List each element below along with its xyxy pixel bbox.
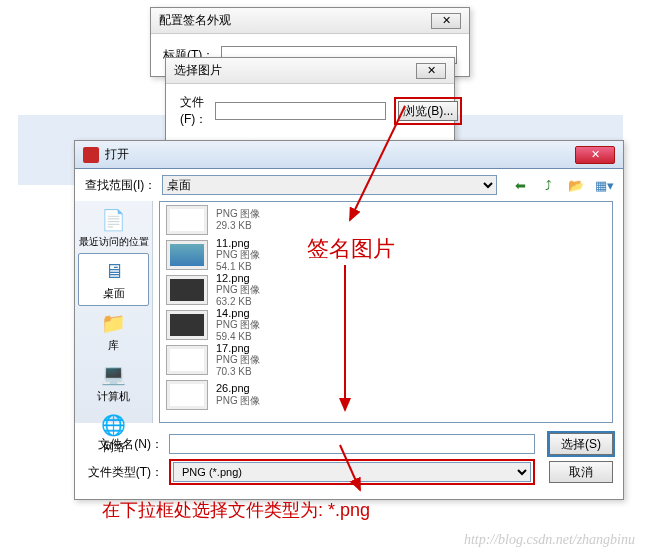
view-icon[interactable]: ▦▾ xyxy=(595,176,613,194)
dialog2-title: 选择图片 xyxy=(174,62,222,79)
dialog3-close-button[interactable]: ✕ xyxy=(575,146,615,164)
dialog1-close-button[interactable]: ✕ xyxy=(431,13,461,29)
sidebar-label: 计算机 xyxy=(97,389,130,404)
sidebar-label: 桌面 xyxy=(103,286,125,301)
watermark: http://blog.csdn.net/zhangbinu xyxy=(464,532,635,548)
filetype-select[interactable]: PNG (*.png) xyxy=(173,462,531,482)
browse-highlight: 浏览(B)... xyxy=(394,97,462,125)
dialog1-title: 配置签名外观 xyxy=(159,12,231,29)
dialog3-titlebar: 打开 ✕ xyxy=(75,141,623,169)
file-item[interactable]: 14.pngPNG 图像59.4 KB xyxy=(160,307,612,342)
file-item[interactable]: PNG 图像29.3 KB xyxy=(160,202,612,237)
file-input[interactable] xyxy=(215,102,386,120)
browse-button[interactable]: 浏览(B)... xyxy=(398,101,458,121)
lookup-label: 查找范围(I)： xyxy=(85,177,156,194)
filename-input[interactable] xyxy=(169,434,535,454)
places-sidebar: 📄 最近访问的位置 🖥 桌面 📁 库 💻 计算机 🌐 网络 xyxy=(75,201,153,423)
lookup-select[interactable]: 桌面 xyxy=(162,175,497,195)
filename-label: 文件名(N)： xyxy=(85,436,163,453)
open-file-dialog: 打开 ✕ 查找范围(I)： 桌面 ⬅ ⤴ 📂 ▦▾ 📄 最近访问的位置 xyxy=(74,140,624,500)
file-item[interactable]: 12.pngPNG 图像63.2 KB xyxy=(160,272,612,307)
dialog3-title: 打开 xyxy=(105,146,129,163)
dialog2-titlebar: 选择图片 ✕ xyxy=(166,58,454,84)
new-folder-icon[interactable]: 📂 xyxy=(567,176,585,194)
filetype-highlight: PNG (*.png) xyxy=(169,459,535,485)
select-button[interactable]: 选择(S) xyxy=(549,433,613,455)
app-icon xyxy=(83,147,99,163)
desktop-icon: 🖥 xyxy=(98,258,130,284)
sidebar-item-library[interactable]: 📁 库 xyxy=(75,306,152,357)
file-item[interactable]: 26.pngPNG 图像 xyxy=(160,377,612,412)
back-icon[interactable]: ⬅ xyxy=(511,176,529,194)
up-icon[interactable]: ⤴ xyxy=(539,176,557,194)
sidebar-item-desktop[interactable]: 🖥 桌面 xyxy=(78,253,149,306)
file-label: 文件(F)： xyxy=(180,94,207,128)
recent-icon: 📄 xyxy=(98,207,130,233)
toolbar-icons: ⬅ ⤴ 📂 ▦▾ xyxy=(511,176,613,194)
sidebar-label: 库 xyxy=(108,338,119,353)
dialog1-titlebar: 配置签名外观 ✕ xyxy=(151,8,469,34)
annotation-signature-image: 签名图片 xyxy=(307,234,395,264)
file-item[interactable]: 17.pngPNG 图像70.3 KB xyxy=(160,342,612,377)
filetype-label: 文件类型(T)： xyxy=(85,464,163,481)
cancel-button[interactable]: 取消 xyxy=(549,461,613,483)
sidebar-item-recent[interactable]: 📄 最近访问的位置 xyxy=(75,203,152,253)
annotation-filetype-note: 在下拉框处选择文件类型为: *.png xyxy=(102,498,370,522)
sidebar-label: 最近访问的位置 xyxy=(79,235,149,249)
library-icon: 📁 xyxy=(98,310,130,336)
computer-icon: 💻 xyxy=(98,361,130,387)
sidebar-item-computer[interactable]: 💻 计算机 xyxy=(75,357,152,408)
dialog2-close-button[interactable]: ✕ xyxy=(416,63,446,79)
